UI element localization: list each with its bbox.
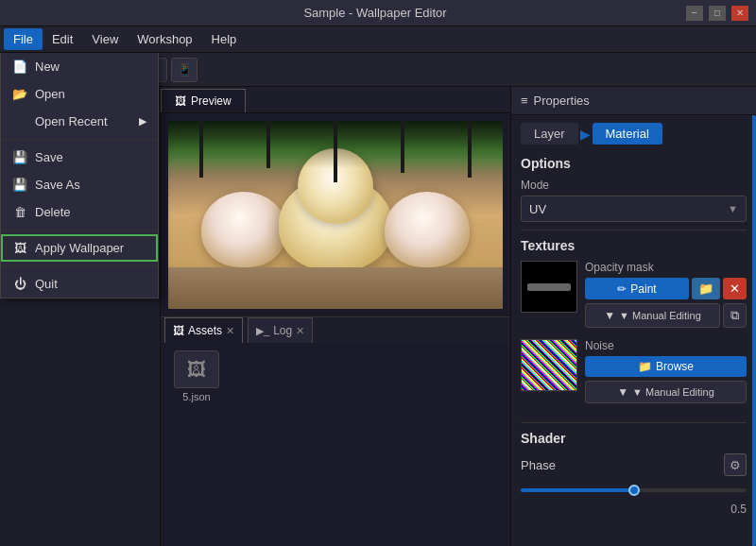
browse-icon: 📁 xyxy=(638,360,652,373)
manual-editing-button-1[interactable]: ▼ ▼ Manual Editing xyxy=(585,303,720,328)
assets-tab-icon: 🖼 xyxy=(173,324,184,337)
mode-label: Mode xyxy=(521,179,747,192)
paint-icon: ✏ xyxy=(617,282,627,296)
close-button[interactable]: ✕ xyxy=(731,6,748,21)
asset-name: 5.json xyxy=(182,391,210,402)
apply-wallpaper-icon: 🖼 xyxy=(12,241,27,255)
manual-editing-button-2[interactable]: ▼ ▼ Manual Editing xyxy=(585,381,747,403)
shader-section: Shader Phase ⚙ 0.5 xyxy=(511,423,756,523)
paint-button[interactable]: ✏ Paint xyxy=(585,278,689,299)
log-tab-icon: ▶_ xyxy=(256,325,269,337)
assets-tab[interactable]: 🖼 Assets ✕ xyxy=(164,317,243,344)
menu-item-open-recent[interactable]: Open Recent ▶ xyxy=(1,108,158,135)
noise-browse-button[interactable]: 📁 Browse xyxy=(585,356,747,377)
right-accent xyxy=(752,115,756,546)
menu-bar: File Edit View Workshop Help xyxy=(0,26,756,53)
opacity-mask-btn-row: ✏ Paint 📁 ✕ xyxy=(585,278,747,299)
puppy-left xyxy=(201,192,286,267)
shader-title: Shader xyxy=(521,431,747,446)
file-menu: 📄 New 📂 Open Open Recent ▶ 💾 Save 💾 Save… xyxy=(0,53,159,299)
phase-value: 0.5 xyxy=(521,503,747,516)
textures-section: Textures Opacity mask ✏ Paint 📁 ✕ xyxy=(511,230,756,422)
maximize-button[interactable]: □ xyxy=(709,6,726,21)
submenu-arrow-icon: ▶ xyxy=(139,115,146,128)
mode-select[interactable]: UV ▼ xyxy=(521,196,747,222)
textures-title: Textures xyxy=(521,238,747,253)
right-panel-header: ≡ Properties xyxy=(511,87,756,115)
phase-label: Phase xyxy=(521,458,556,472)
browse-folder-button[interactable]: 📁 xyxy=(692,278,720,299)
opacity-mask-controls: Opacity mask ✏ Paint 📁 ✕ ▼ ▼ Manual Edit… xyxy=(585,261,747,328)
noise-label: Noise xyxy=(585,339,747,352)
menu-view[interactable]: View xyxy=(82,28,128,50)
preview-container xyxy=(161,113,510,316)
layer-tab[interactable]: Layer xyxy=(521,123,578,145)
menu-item-quit[interactable]: ⏻ Quit xyxy=(1,270,158,298)
menu-divider-2 xyxy=(1,230,158,230)
options-title: Options xyxy=(521,156,747,171)
log-tab-close[interactable]: ✕ xyxy=(296,325,304,337)
menu-item-open[interactable]: 📂 Open xyxy=(1,80,158,108)
right-panel: ≡ Properties Layer ▶ Material Options Mo… xyxy=(510,87,756,546)
floor xyxy=(168,267,503,309)
main-layout: 📄 New 📂 Open Open Recent ▶ 💾 Save 💾 Save… xyxy=(0,87,756,546)
opacity-mask-thumbnail xyxy=(521,261,577,313)
copy-button[interactable]: ⧉ xyxy=(723,303,747,328)
opacity-mask-label: Opacity mask xyxy=(585,261,747,274)
menu-help[interactable]: Help xyxy=(202,28,247,50)
menu-workshop[interactable]: Workshop xyxy=(128,28,201,50)
manual-editing-row-1: ▼ ▼ Manual Editing ⧉ xyxy=(585,303,747,328)
menu-file[interactable]: File xyxy=(4,28,43,50)
select-arrow-icon: ▼ xyxy=(728,203,738,214)
menu-divider-1 xyxy=(1,139,158,140)
minimize-button[interactable]: − xyxy=(686,6,703,21)
material-tab[interactable]: Material xyxy=(593,123,662,145)
asset-item[interactable]: 🖼 5.json xyxy=(168,350,225,402)
title-bar: Sample - Wallpaper Editor − □ ✕ xyxy=(0,0,756,26)
chevron-down-icon-2: ▼ xyxy=(617,385,628,399)
noise-thumbnail xyxy=(521,339,577,391)
center-panel: 🖼 Preview xyxy=(161,87,510,546)
phase-slider-fill xyxy=(521,488,634,492)
menu-item-save[interactable]: 💾 Save xyxy=(1,144,158,171)
window-title: Sample - Wallpaper Editor xyxy=(64,6,686,20)
new-icon: 📄 xyxy=(12,60,27,74)
puppy-main xyxy=(279,177,392,271)
menu-item-save-as[interactable]: 💾 Save As xyxy=(1,171,158,198)
chevron-down-icon-1: ▼ xyxy=(604,309,615,322)
menu-edit[interactable]: Edit xyxy=(43,28,82,50)
assets-tab-close[interactable]: ✕ xyxy=(226,325,234,337)
quit-icon: ⏻ xyxy=(12,277,27,291)
preview-tab-icon: 🖼 xyxy=(175,94,186,108)
noise-item: Noise 📁 Browse ▼ ▼ Manual Editing xyxy=(521,339,747,403)
menu-item-apply-wallpaper[interactable]: 🖼 Apply Wallpaper xyxy=(1,234,158,262)
phase-slider-thumb[interactable] xyxy=(628,485,640,496)
properties-icon: ≡ xyxy=(521,94,528,108)
menu-item-new[interactable]: 📄 New xyxy=(1,53,158,80)
menu-item-delete[interactable]: 🗑 Delete xyxy=(1,198,158,226)
top-tab-bar: 🖼 Preview xyxy=(161,87,510,113)
phase-row: Phase ⚙ xyxy=(521,453,747,476)
preview-image-area xyxy=(168,121,503,309)
layer-material-tabs: Layer ▶ Material xyxy=(511,115,756,148)
tab-arrow-icon: ▶ xyxy=(580,123,591,145)
noise-btn-row: 📁 Browse xyxy=(585,356,747,377)
asset-icon: 🖼 xyxy=(174,350,219,388)
preview-image xyxy=(168,121,503,309)
phase-slider-container[interactable] xyxy=(521,482,747,499)
bottom-tab-bar: 🖼 Assets ✕ ▶_ Log ✕ xyxy=(161,316,510,343)
puppy-right xyxy=(385,192,470,267)
window-controls: − □ ✕ xyxy=(686,6,748,21)
save-as-icon: 💾 xyxy=(12,178,27,192)
manual-editing-row-2: ▼ ▼ Manual Editing xyxy=(585,381,747,403)
gear-icon: ⚙ xyxy=(730,458,741,472)
preview-tab[interactable]: 🖼 Preview xyxy=(161,89,246,112)
shader-gear-button[interactable]: ⚙ xyxy=(724,453,747,476)
save-icon: 💾 xyxy=(12,150,27,164)
open-icon: 📂 xyxy=(12,87,27,101)
log-tab[interactable]: ▶_ Log ✕ xyxy=(248,317,313,344)
delete-texture-button[interactable]: ✕ xyxy=(723,278,747,299)
phone-button[interactable]: 📱 xyxy=(171,58,198,82)
menu-divider-3 xyxy=(1,265,158,266)
options-section: Options Mode UV ▼ xyxy=(511,148,756,230)
